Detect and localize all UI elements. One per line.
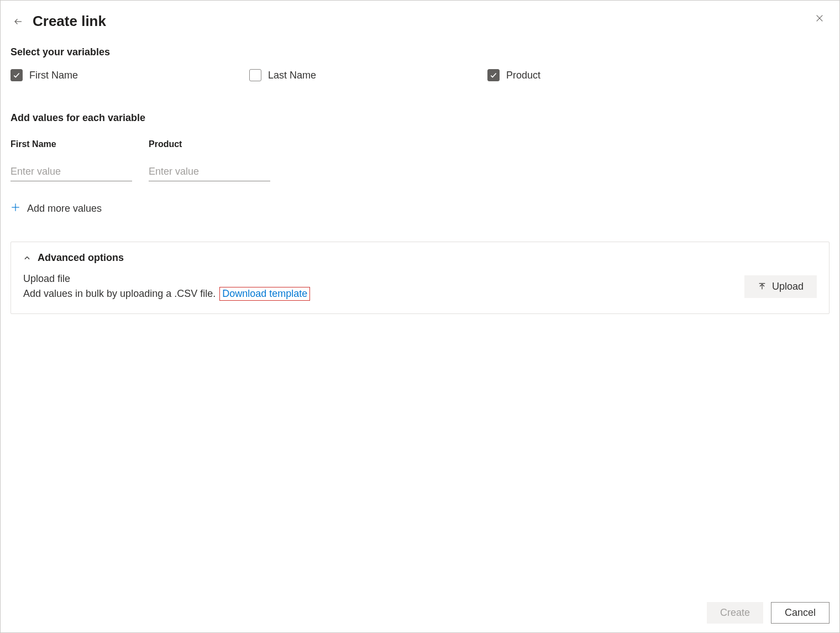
input-col-first-name: First Name — [11, 139, 132, 181]
add-values-heading: Add values for each variable — [11, 112, 830, 124]
checkbox-box — [487, 69, 500, 81]
cancel-button[interactable]: Cancel — [771, 602, 830, 624]
bulk-upload-text: Add values in bulk by uploading a .CSV f… — [23, 288, 216, 299]
checkbox-label: Product — [506, 70, 540, 81]
checkbox-label: Last Name — [268, 70, 316, 81]
dialog-footer: Create Cancel — [707, 602, 830, 624]
checkbox-product[interactable]: Product — [487, 69, 540, 81]
checkmark-icon — [490, 71, 497, 79]
checkbox-label: First Name — [29, 70, 78, 81]
close-button[interactable] — [812, 11, 827, 26]
back-button[interactable] — [11, 14, 26, 29]
close-icon — [815, 14, 824, 23]
advanced-options-toggle[interactable]: Advanced options — [23, 252, 817, 264]
checkbox-box — [11, 69, 23, 81]
upload-button[interactable]: Upload — [744, 275, 817, 298]
upload-file-label: Upload file — [23, 271, 310, 286]
upload-description: Upload file Add values in bulk by upload… — [23, 271, 310, 301]
page-header: Create link — [11, 13, 830, 30]
page-title: Create link — [33, 13, 106, 30]
values-input-row: First Name Product — [11, 139, 830, 181]
input-label: Product — [149, 139, 270, 149]
checkmark-icon — [13, 71, 20, 79]
upload-icon — [758, 282, 767, 291]
add-more-label: Add more values — [27, 203, 102, 215]
input-col-product: Product — [149, 139, 270, 181]
checkbox-last-name[interactable]: Last Name — [249, 69, 316, 81]
upload-button-label: Upload — [772, 281, 804, 292]
first-name-input[interactable] — [11, 164, 132, 181]
input-label: First Name — [11, 139, 132, 149]
add-more-values-button[interactable]: Add more values — [11, 202, 830, 215]
advanced-options-title: Advanced options — [38, 252, 124, 264]
checkbox-first-name[interactable]: First Name — [11, 69, 78, 81]
arrow-left-icon — [13, 17, 23, 27]
select-variables-heading: Select your variables — [11, 46, 830, 58]
advanced-options-panel: Advanced options Upload file Add values … — [11, 242, 830, 314]
plus-icon — [11, 202, 20, 215]
checkbox-box — [249, 69, 261, 81]
chevron-up-icon — [23, 254, 31, 262]
download-template-link[interactable]: Download template — [219, 287, 310, 301]
product-input[interactable] — [149, 164, 270, 181]
variables-checkbox-row: First Name Last Name Product — [11, 69, 830, 81]
create-button[interactable]: Create — [707, 602, 763, 624]
